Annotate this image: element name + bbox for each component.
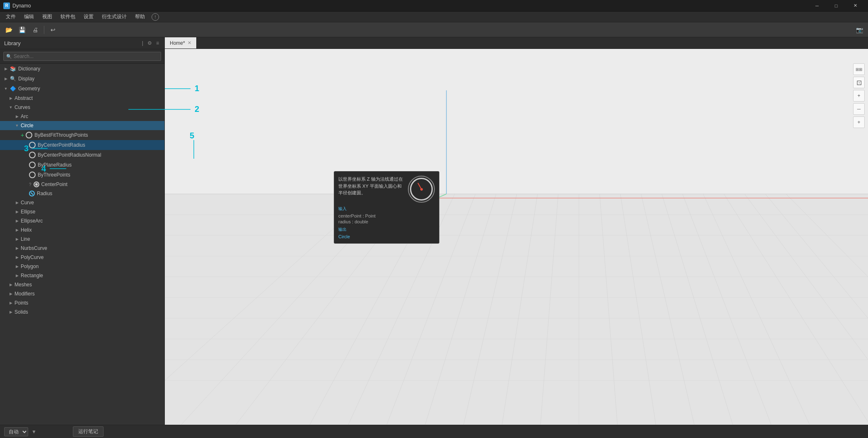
- rt-btn-plus[interactable]: +: [853, 116, 865, 128]
- label-bycenterpoint-normal: ByCenterPointRadiusNormal: [38, 152, 161, 158]
- question-mark: ?: [29, 182, 31, 187]
- arrow-nurbscurve: ▶: [14, 246, 19, 251]
- menu-help[interactable]: 帮助: [131, 12, 149, 21]
- menu-generative[interactable]: 衍生式设计: [98, 12, 131, 21]
- label-ellipse: Ellipse: [21, 209, 161, 215]
- center-dot: [35, 183, 38, 186]
- tree-item-meshes[interactable]: ▶ Meshes: [0, 280, 164, 289]
- menu-edit[interactable]: 编辑: [20, 12, 38, 21]
- icon-display: 🔍: [10, 75, 16, 82]
- camera-button[interactable]: 📷: [853, 24, 866, 36]
- tree-item-bybestfit[interactable]: + ByBestFitThroughPoints: [0, 130, 164, 140]
- tree-item-ellipsearc[interactable]: ▶ EllipseArc: [0, 216, 164, 225]
- label-dictionary: Dictionary: [18, 66, 161, 72]
- rt-btn-fit[interactable]: ⊡: [853, 77, 865, 88]
- tree-item-circle[interactable]: ▼ Circle: [0, 121, 164, 130]
- search-wrapper: 🔍: [3, 52, 161, 61]
- tree-item-abstract[interactable]: ▶ Abstract: [0, 94, 164, 103]
- tree-item-dictionary[interactable]: ▶ 📚 Dictionary: [0, 64, 164, 74]
- tooltip-header: 以世界坐标系 Z 轴为法线通过在世界坐标系 XY 平面输入圆心和半径创建圆。: [338, 176, 435, 203]
- param-type-1: double: [354, 219, 368, 224]
- tree-item-polygon[interactable]: ▶ Polygon: [0, 262, 164, 271]
- rt-btn-layout[interactable]: ⊞⊞: [853, 63, 865, 75]
- arrow-rectangle: ▶: [14, 273, 19, 278]
- label-polycurve: PolyCurve: [21, 254, 161, 260]
- library-header: Library | ⚙ ≡: [0, 37, 164, 49]
- content-area: Home* ✕: [165, 37, 868, 425]
- tree-item-rectangle[interactable]: ▶ Rectangle: [0, 271, 164, 280]
- menu-packages[interactable]: 软件包: [56, 12, 80, 21]
- open-button[interactable]: 📂: [2, 24, 15, 36]
- search-input[interactable]: [3, 52, 161, 61]
- check-icon: [30, 192, 33, 195]
- arrow-ellipsearc: ▶: [14, 218, 19, 223]
- tooltip-description: 以世界坐标系 Z 轴为法线通过在世界坐标系 XY 平面输入圆心和半径创建圆。: [338, 176, 404, 203]
- tree-item-solids[interactable]: ▶ Solids: [0, 307, 164, 317]
- label-display: Display: [18, 76, 161, 82]
- library-icon-2[interactable]: ⚙: [146, 40, 153, 46]
- tree-item-line[interactable]: ▶ Line: [0, 235, 164, 244]
- param-type-0: Point: [365, 213, 376, 218]
- undo-button[interactable]: ↩: [47, 24, 59, 36]
- run-button[interactable]: 运行笔记: [73, 426, 104, 437]
- close-button[interactable]: ✕: [846, 0, 865, 12]
- param-name-0: centerPoint: [338, 213, 362, 218]
- tree-item-curve[interactable]: ▶ Curve: [0, 198, 164, 207]
- tooltip-param-1: radius : double: [338, 219, 435, 224]
- tab-home-close[interactable]: ✕: [188, 40, 191, 46]
- titlebar: R Dynamo ─ □ ✕: [0, 0, 868, 12]
- rt-btn-zoom-in[interactable]: +: [853, 90, 865, 102]
- tree-item-modifiers[interactable]: ▶ Modifiers: [0, 289, 164, 298]
- tree-item-nurbscurve[interactable]: ▶ NurbsCurve: [0, 244, 164, 253]
- tree-item-ellipse[interactable]: ▶ Ellipse: [0, 207, 164, 216]
- tree-item-arc[interactable]: ▶ Arc: [0, 112, 164, 121]
- run-mode-dropdown[interactable]: 自动 手动: [4, 427, 28, 436]
- label-radius: Radius: [37, 191, 161, 196]
- info-button[interactable]: !: [152, 13, 159, 21]
- tree-item-curves[interactable]: ▼ Curves: [0, 103, 164, 112]
- print-button[interactable]: 🖨: [29, 24, 41, 36]
- toolbar: 📂 💾 🖨 ↩ 📷: [0, 22, 868, 37]
- label-bythree: ByThreePoints: [38, 172, 161, 178]
- library-icon-1[interactable]: |: [141, 40, 145, 46]
- icon-centerpoint: [34, 181, 39, 187]
- arrow-geometry: ▼: [3, 86, 8, 91]
- tree-item-byplane[interactable]: ByPlaneRadius: [0, 160, 164, 170]
- tree-item-points[interactable]: ▶ Points: [0, 298, 164, 307]
- menu-settings[interactable]: 设置: [80, 12, 98, 21]
- toolbar-right: 📷: [853, 24, 866, 36]
- add-bybestfit[interactable]: +: [21, 132, 24, 138]
- tooltip-icon-area: [408, 176, 435, 203]
- tree-item-bycenterpoint[interactable]: ByCenterPointRadius: [0, 140, 164, 150]
- arrow-arc: ▶: [14, 114, 19, 119]
- tree-item-bythree[interactable]: ByThreePoints: [0, 170, 164, 180]
- tree-item-display[interactable]: ▶ 🔍 Display: [0, 74, 164, 84]
- tab-home[interactable]: Home* ✕: [165, 37, 197, 48]
- maximize-button[interactable]: □: [827, 0, 846, 12]
- tree-item-radius[interactable]: Radius: [0, 189, 164, 198]
- tab-home-label: Home*: [170, 40, 185, 46]
- rt-btn-zoom-out[interactable]: ─: [853, 103, 865, 115]
- menu-file[interactable]: 文件: [2, 12, 20, 21]
- menu-view[interactable]: 视图: [38, 12, 56, 21]
- svg-rect-12: [165, 49, 868, 194]
- arrow-polygon: ▶: [14, 264, 19, 269]
- label-curve: Curve: [21, 200, 161, 206]
- label-line: Line: [21, 236, 161, 242]
- icon-bythree: [29, 172, 36, 178]
- canvas[interactable]: ⊞⊞ ⊡ + ─ + 以世界坐标系 Z 轴为法线通过在世界坐标系 XY 平面输入…: [165, 49, 868, 425]
- save-button[interactable]: 💾: [16, 24, 28, 36]
- tree-item-helix[interactable]: ▶ Helix: [0, 225, 164, 235]
- app-icon: R: [3, 2, 10, 9]
- gauge-center: [420, 188, 423, 191]
- arrow-meshes: ▶: [8, 282, 13, 287]
- minimize-button[interactable]: ─: [808, 0, 827, 12]
- tree-item-centerpoint[interactable]: ? CenterPoint: [0, 180, 164, 189]
- library-title: Library: [4, 40, 141, 46]
- tree-item-bycenterpoint-normal[interactable]: ByCenterPointRadiusNormal: [0, 150, 164, 160]
- tree-item-polycurve[interactable]: ▶ PolyCurve: [0, 253, 164, 262]
- icon-bybestfit: [26, 132, 32, 138]
- label-rectangle: Rectangle: [21, 273, 161, 278]
- tree-item-geometry[interactable]: ▼ 🔷 Geometry: [0, 84, 164, 94]
- library-icon-3[interactable]: ≡: [155, 40, 160, 46]
